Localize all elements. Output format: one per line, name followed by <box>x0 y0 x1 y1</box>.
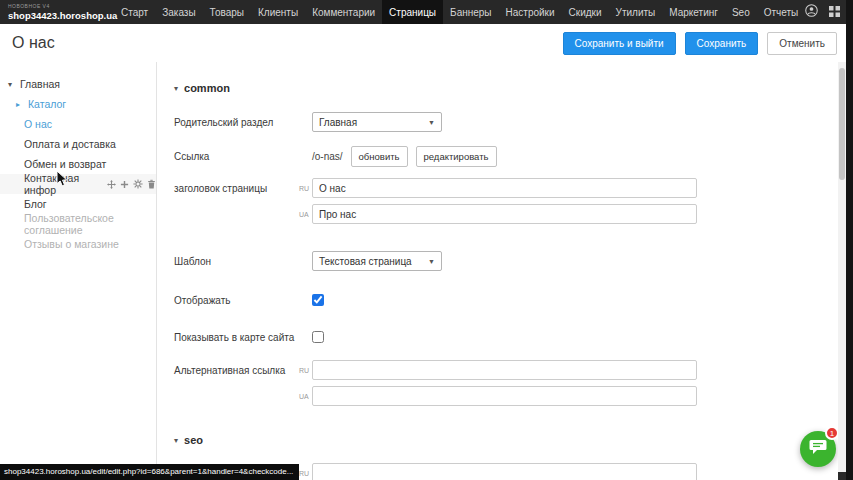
sidebar-item-blog[interactable]: Блог <box>0 194 156 214</box>
menu-item-banners[interactable]: Баннеры <box>443 0 498 24</box>
menu-item-orders[interactable]: Заказы <box>155 0 202 24</box>
link-edit-button[interactable]: редактировать <box>416 146 497 167</box>
page-title-ru-input[interactable] <box>312 178 697 198</box>
menu-item-utilities[interactable]: Утилиты <box>609 0 663 24</box>
menu-item-marketing[interactable]: Маркетинг <box>662 0 725 24</box>
field-display: Отображать <box>174 290 853 310</box>
user-account-icon[interactable] <box>805 3 818 21</box>
sidebar-item-actions <box>107 179 156 189</box>
field-alt-link: Альтернативная ссылка RU UA <box>174 360 853 412</box>
alt-link-ru-input[interactable] <box>312 360 697 380</box>
sidebar-item-store-reviews[interactable]: Отзывы о магазине <box>0 234 156 254</box>
field-label: Показывать в карте сайта <box>174 327 296 347</box>
field-label: Альтернативная ссылка <box>174 360 296 412</box>
lang-ua-label: UA <box>299 211 309 218</box>
chat-widget-button[interactable]: 1 <box>800 431 836 467</box>
sidebar-item-payment-delivery[interactable]: Оплата и доставка <box>0 134 156 154</box>
menu-item-seo[interactable]: Seo <box>725 0 757 24</box>
add-page-icon[interactable] <box>120 180 129 189</box>
html-title-ru-input[interactable] <box>312 463 697 480</box>
chevron-down-icon: ▼ <box>428 119 435 126</box>
sidebar-item-catalog[interactable]: ▸ Каталог <box>0 94 156 114</box>
menu-item-settings[interactable]: Настройки <box>499 0 562 24</box>
section-collapse-icon: ▾ <box>174 436 178 445</box>
sidebar-item-home[interactable]: ▾ Главная <box>0 74 156 94</box>
sidebar-item-label: Оплата и доставка <box>24 138 116 150</box>
field-label: Шаблон <box>174 251 296 271</box>
section-title: common <box>184 82 230 94</box>
sidebar-item-label: Блог <box>24 198 47 210</box>
section-title: seo <box>184 434 203 446</box>
lang-ru-label: RU <box>299 367 309 374</box>
link-path-value: /o-nas/ <box>312 151 343 162</box>
app-window: НОВОВНОЕ V4 shop34423.horoshop.ua Старт … <box>0 0 853 480</box>
page-title: О нас <box>12 34 55 52</box>
field-link: Ссылка /o-nas/ обновить редактировать <box>174 146 853 167</box>
cancel-button[interactable]: Отменить <box>767 32 837 55</box>
sidebar-item-label: Отзывы о магазине <box>24 238 119 250</box>
save-button[interactable]: Сохранить <box>685 32 759 55</box>
pages-tree-sidebar: ▾ Главная ▸ Каталог О нас Оплата и доста… <box>0 62 157 480</box>
field-page-title: заголовок страницы RU UA <box>174 178 853 230</box>
menu-item-pages[interactable]: Страницы <box>382 0 443 24</box>
field-parent-section: Родительский раздел Главная ▼ <box>174 112 853 132</box>
page-header: О нас Сохранить и выйти Сохранить Отмени… <box>0 24 853 62</box>
chat-unread-badge: 1 <box>825 426 839 440</box>
main-menu: Старт Заказы Товары Клиенты Комментарии … <box>114 0 805 24</box>
apps-grid-icon[interactable] <box>829 3 840 21</box>
shop-domain-label: shop34423.horoshop.ua <box>8 11 114 21</box>
page-scrollbar[interactable] <box>838 62 846 480</box>
menu-item-start[interactable]: Старт <box>114 0 155 24</box>
status-url-tooltip: shop34423.horoshop.ua/edit/edit.php?id=6… <box>0 464 299 480</box>
chevron-down-icon: ▼ <box>428 258 435 265</box>
lang-ru-label: RU <box>299 470 309 477</box>
scrollbar-thumb[interactable] <box>839 68 845 180</box>
menu-item-comments[interactable]: Комментарии <box>305 0 382 24</box>
lang-ru-label: RU <box>299 185 309 192</box>
sidebar-item-contact-info[interactable]: Контактная инфор <box>0 174 156 194</box>
sidebar-item-label: О нас <box>24 118 52 130</box>
chat-icon <box>809 439 827 459</box>
header-buttons: Сохранить и выйти Сохранить Отменить <box>563 32 838 55</box>
letterbox-strip <box>846 0 853 480</box>
section-collapse-icon: ▾ <box>174 84 178 93</box>
sidebar-item-label: Обмен и возврат <box>24 158 106 170</box>
collapse-caret-icon[interactable]: ▾ <box>8 80 16 89</box>
link-refresh-button[interactable]: обновить <box>351 146 408 167</box>
sidebar-item-label: Пользовательское соглашение <box>24 212 156 236</box>
gear-icon[interactable] <box>133 179 143 189</box>
section-common-header[interactable]: ▾ common <box>174 82 853 94</box>
menu-item-clients[interactable]: Клиенты <box>251 0 305 24</box>
field-template: Шаблон Текстовая страница ▼ <box>174 251 853 271</box>
content-area: ▾ Главная ▸ Каталог О нас Оплата и доста… <box>0 62 853 480</box>
sidebar-item-about-us[interactable]: О нас <box>0 114 156 134</box>
template-select[interactable]: Текстовая страница ▼ <box>312 251 442 271</box>
scrollbar-corner <box>838 472 846 480</box>
move-icon[interactable] <box>107 180 116 189</box>
parent-section-select[interactable]: Главная ▼ <box>312 112 442 132</box>
field-label: Ссылка <box>174 146 296 167</box>
sidebar-item-user-agreement[interactable]: Пользовательское соглашение <box>0 214 156 234</box>
top-navigation-bar: НОВОВНОЕ V4 shop34423.horoshop.ua Старт … <box>0 0 853 24</box>
expand-caret-icon[interactable]: ▸ <box>16 100 24 109</box>
alt-link-ua-input[interactable] <box>312 386 697 406</box>
brand-block: НОВОВНОЕ V4 shop34423.horoshop.ua <box>0 0 114 24</box>
brand-version-label: НОВОВНОЕ V4 <box>8 4 114 9</box>
menu-item-products[interactable]: Товары <box>203 0 251 24</box>
select-value: Главная <box>319 117 357 128</box>
page-edit-form: ▾ common Родительский раздел Главная ▼ С… <box>157 62 853 480</box>
sitemap-checkbox[interactable] <box>312 331 324 343</box>
select-value: Текстовая страница <box>319 256 412 267</box>
page-title-ua-input[interactable] <box>312 204 697 224</box>
save-and-exit-button[interactable]: Сохранить и выйти <box>563 32 676 55</box>
display-checkbox[interactable] <box>312 294 324 306</box>
sidebar-item-label: Главная <box>20 78 60 90</box>
field-label: заголовок страницы <box>174 178 296 230</box>
menu-item-discounts[interactable]: Скидки <box>562 0 609 24</box>
lang-ua-label: UA <box>299 393 309 400</box>
menu-item-reports[interactable]: Отчеты <box>757 0 806 24</box>
section-seo-header[interactable]: ▾ seo <box>174 434 853 446</box>
sidebar-item-exchange-return[interactable]: Обмен и возврат <box>0 154 156 174</box>
trash-icon[interactable] <box>147 179 156 189</box>
sidebar-item-label: Каталог <box>28 98 66 110</box>
